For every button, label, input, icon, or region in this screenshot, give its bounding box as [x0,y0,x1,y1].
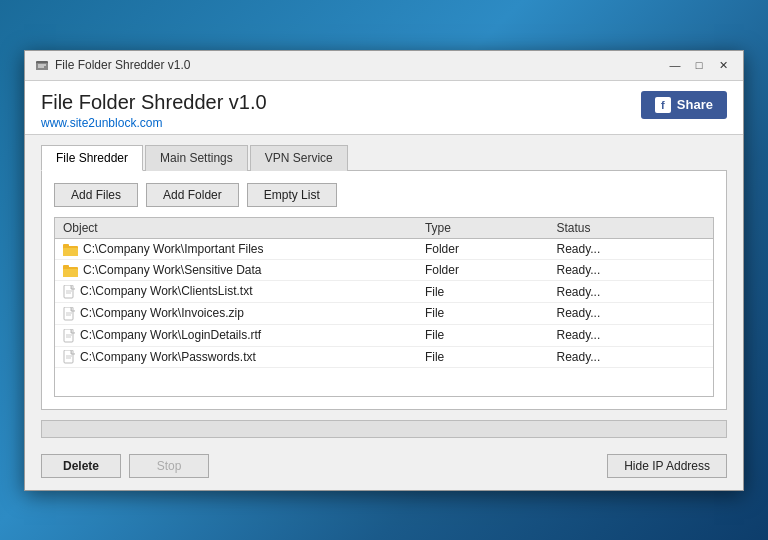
main-content: File Shredder Main Settings VPN Service … [25,135,743,490]
folder-icon [63,264,79,277]
folder-icon [63,243,79,256]
cell-status: Ready... [548,324,713,346]
file-icon [63,285,76,299]
tabs-bar: File Shredder Main Settings VPN Service [41,145,727,171]
app-header: File Folder Shredder v1.0 www.site2unblo… [25,81,743,135]
cell-type: File [417,302,549,324]
svg-rect-9 [63,265,69,269]
stop-button[interactable]: Stop [129,454,209,478]
cell-status: Ready... [548,238,713,259]
cell-type: Folder [417,259,549,280]
column-header-status: Status [548,218,713,239]
file-toolbar: Add Files Add Folder Empty List [54,183,714,207]
svg-rect-6 [63,244,69,248]
maximize-button[interactable]: □ [689,55,709,75]
main-window: File Folder Shredder v1.0 — □ ✕ File Fol… [24,50,744,491]
table-row[interactable]: C:\Company Work\ClientsList.txtFileReady… [55,281,713,303]
app-icon [35,58,49,72]
tab-vpn-service[interactable]: VPN Service [250,145,348,171]
close-button[interactable]: ✕ [713,55,733,75]
table-row[interactable]: C:\Company Work\Important FilesFolderRea… [55,238,713,259]
table-row[interactable]: C:\Company Work\Invoices.zipFileReady... [55,302,713,324]
hide-ip-button[interactable]: Hide IP Address [607,454,727,478]
title-bar-text: File Folder Shredder v1.0 [55,58,190,72]
file-table-body: C:\Company Work\Important FilesFolderRea… [55,238,713,368]
svg-rect-5 [63,248,78,256]
title-bar: File Folder Shredder v1.0 — □ ✕ [25,51,743,81]
share-label: Share [677,97,713,112]
column-header-type: Type [417,218,549,239]
table-row[interactable]: C:\Company Work\LoginDetails.rtfFileRead… [55,324,713,346]
progress-bar [41,420,727,438]
bottom-toolbar: Delete Stop Hide IP Address [41,446,727,480]
app-link[interactable]: www.site2unblock.com [41,116,267,130]
cell-status: Ready... [548,281,713,303]
facebook-icon: f [655,97,671,113]
cell-type: File [417,324,549,346]
column-header-object: Object [55,218,417,239]
table-row[interactable]: C:\Company Work\Passwords.txtFileReady..… [55,346,713,368]
cell-type: File [417,281,549,303]
minimize-button[interactable]: — [665,55,685,75]
cell-path: C:\Company Work\LoginDetails.rtf [55,324,417,346]
svg-rect-8 [63,269,78,277]
file-list-container: Object Type Status C:\Company Work\Impor… [54,217,714,397]
delete-button[interactable]: Delete [41,454,121,478]
cell-path: C:\Company Work\Important Files [55,238,417,259]
file-table: Object Type Status C:\Company Work\Impor… [55,218,713,369]
add-files-button[interactable]: Add Files [54,183,138,207]
cell-path: C:\Company Work\ClientsList.txt [55,281,417,303]
file-icon [63,329,76,343]
facebook-share-button[interactable]: f Share [641,91,727,119]
app-header-left: File Folder Shredder v1.0 www.site2unblo… [41,91,267,130]
cell-path: C:\Company Work\Invoices.zip [55,302,417,324]
tab-panel-file-shredder: Add Files Add Folder Empty List Object T… [41,170,727,410]
add-folder-button[interactable]: Add Folder [146,183,239,207]
table-row[interactable]: C:\Company Work\Sensitive DataFolderRead… [55,259,713,280]
cell-status: Ready... [548,259,713,280]
cell-status: Ready... [548,346,713,368]
bottom-left-buttons: Delete Stop [41,454,209,478]
tab-main-settings[interactable]: Main Settings [145,145,248,171]
cell-path: C:\Company Work\Sensitive Data [55,259,417,280]
tab-file-shredder[interactable]: File Shredder [41,145,143,171]
table-header-row: Object Type Status [55,218,713,239]
cell-status: Ready... [548,302,713,324]
cell-type: File [417,346,549,368]
file-icon [63,307,76,321]
title-bar-left: File Folder Shredder v1.0 [35,58,190,72]
empty-list-button[interactable]: Empty List [247,183,337,207]
file-icon [63,350,76,364]
progress-bar-container [41,420,727,438]
cell-path: C:\Company Work\Passwords.txt [55,346,417,368]
cell-type: Folder [417,238,549,259]
title-bar-controls: — □ ✕ [665,55,733,75]
app-title: File Folder Shredder v1.0 [41,91,267,114]
